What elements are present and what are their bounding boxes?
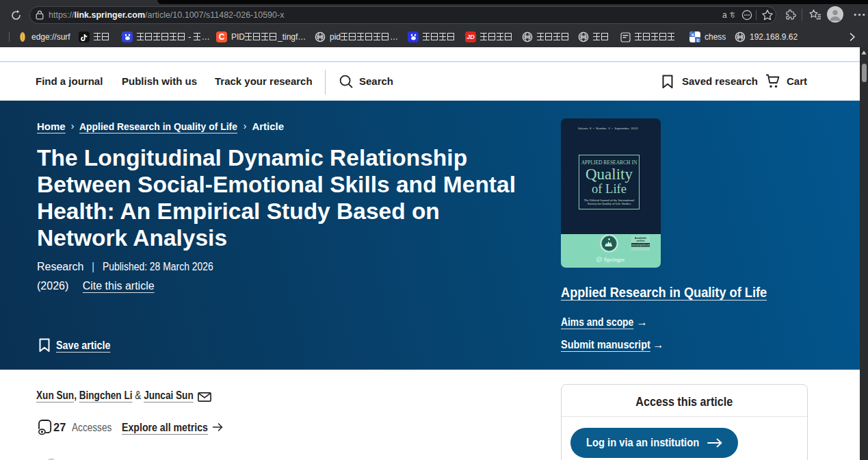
svg-text:K: K: [692, 33, 695, 37]
svg-text:E: E: [697, 38, 700, 42]
